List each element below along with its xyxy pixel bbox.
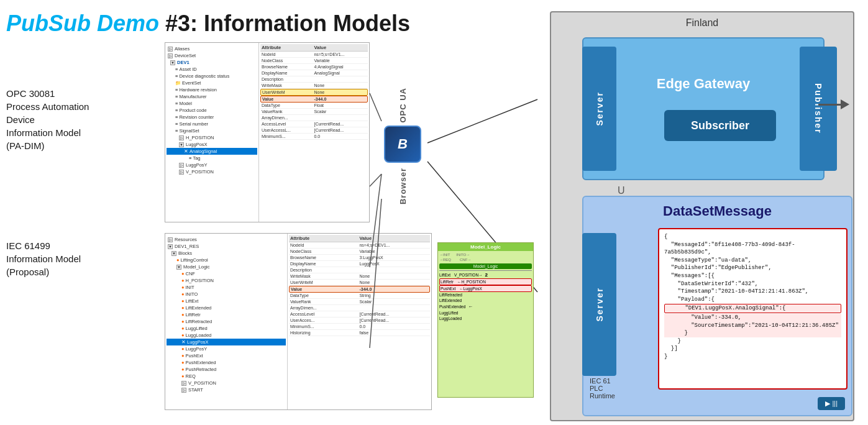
- page-title: PubSub Demo #3: Information Models: [6, 11, 410, 36]
- right-diagram: Finland Edge Gateway Subscriber Server P…: [531, 11, 861, 415]
- dataset-label: DataSetMessage: [663, 203, 772, 219]
- screenshot-bottom: ▷Resources ▼DEV1_RES ▼Blocks ●LiftingCon…: [165, 233, 432, 410]
- json-content-box: { "MessageId":"8f11e408-77b3-409d-843f-7…: [658, 228, 847, 390]
- title-rest: #3: Information Models: [159, 11, 410, 36]
- finland-label: Finland: [686, 17, 718, 29]
- subscriber-button[interactable]: Subscriber: [664, 110, 776, 141]
- model-logic-title: Model_Logic: [438, 243, 533, 251]
- iec-bottom-label: IEC 61 PLC Runtime: [590, 377, 615, 400]
- finland-box: Finland Edge Gateway Subscriber Server P…: [550, 11, 854, 421]
- opc-browser-logo: B: [384, 126, 421, 163]
- opc-browser-widget: OPC UA B Browser: [378, 84, 427, 208]
- attr-panel-bottom: AttributeValue NodeIdns=4;s=DEV1... Node…: [288, 234, 431, 409]
- tree-panel-bottom: ▷Resources ▼DEV1_RES ▼Blocks ●LiftingCon…: [165, 234, 288, 409]
- page-container: PubSub Demo #3: Information Models OPC 3…: [0, 0, 868, 425]
- server-label-top: Server: [595, 91, 605, 126]
- model-logic-diagram: Model_Logic →INITINITO→ →REQCNF→ Model_L…: [437, 242, 534, 398]
- edge-gateway-label: Edge Gateway: [657, 76, 750, 92]
- play-button[interactable]: ▶ |||: [818, 397, 845, 410]
- server-block-top: Server: [582, 47, 616, 171]
- tree-panel-top: ▷Aliases ▷DeviceSet ▼DEV1 ≡Asset ID ≡Dev…: [165, 43, 259, 222]
- opc-browser-text-bottom: Browser: [398, 168, 408, 204]
- screenshot-top: ▷Aliases ▷DeviceSet ▼DEV1 ≡Asset ID ≡Dev…: [165, 42, 370, 222]
- svg-line-4: [427, 99, 537, 143]
- publisher-arrow: [818, 98, 849, 111]
- left-label-1: OPC 30081 Process Automation Device Info…: [6, 87, 89, 152]
- title-pubsub: PubSub Demo: [6, 11, 159, 36]
- left-label-2: IEC 61499 Information Model (Proposal): [6, 239, 81, 278]
- opc-browser-text-top: OPC UA: [398, 88, 408, 123]
- u-label: U: [618, 185, 625, 196]
- dataset-box: DataSetMessage { "MessageId":"8f11e408-7…: [582, 196, 852, 416]
- server-label-bottom: Server: [595, 287, 605, 322]
- edge-gateway-box: Edge Gateway Subscriber: [582, 37, 825, 180]
- server-block-bottom: Server: [582, 233, 616, 376]
- attr-panel-top: AttributeValue NodeIdns=5;s=DEV1... Node…: [259, 43, 369, 222]
